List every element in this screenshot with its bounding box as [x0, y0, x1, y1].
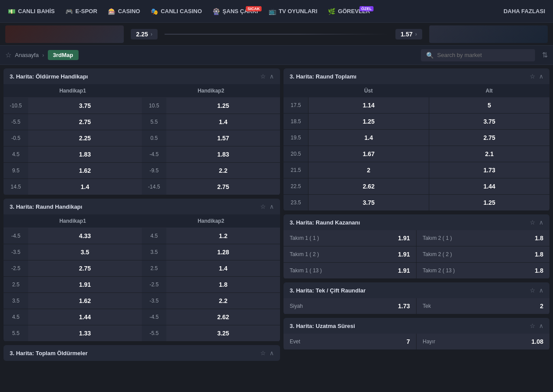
market-favorite-icon-uz[interactable]: ☆	[530, 322, 535, 329]
odds-val[interactable]: 1.33	[28, 325, 142, 341]
odds-val[interactable]: 3.75	[28, 98, 142, 114]
nav-tv-oyunlari-label: TV OYUNLARI	[279, 8, 317, 14]
winner-cell-team1[interactable]: Takım 1 ( 1 ) 1.91	[284, 230, 417, 246]
odds-val[interactable]: 1.28	[166, 244, 280, 260]
list-item: Takım 1 ( 13 ) 1.91 Takım 2 ( 13 ) 1.8	[284, 263, 549, 279]
left-column: 3. Harita: Öldürme Handikapı ☆ ∧ Handika…	[4, 68, 280, 361]
nav-gorevler[interactable]: 🌿 GÖREVLER ÖZEL	[323, 5, 374, 18]
odds-val[interactable]: 2	[308, 162, 429, 178]
odds-val[interactable]: 1.25	[308, 114, 429, 129]
search-input[interactable]	[437, 52, 530, 58]
market-collapse-icon-tc[interactable]: ∧	[539, 287, 543, 294]
col-headers-raund-h: Handikap1 Handikap2	[4, 214, 280, 228]
market-collapse-icon-rk[interactable]: ∧	[539, 219, 543, 226]
winner-label: Takım 1 ( 2 )	[290, 251, 319, 257]
nav-canli-bahis[interactable]: 💵 CANLI BAHİS	[4, 5, 59, 18]
winner-cell-team2[interactable]: Takım 2 ( 1 ) 1.8	[417, 230, 549, 246]
odds-val[interactable]: 1.62	[28, 163, 142, 178]
odds-val[interactable]: 2.1	[429, 146, 549, 162]
odds-val[interactable]: 2.62	[308, 178, 429, 194]
table-row: -0.5 2.25 0.5 1.57	[4, 130, 280, 146]
odds-val[interactable]: 1.91	[28, 277, 142, 292]
odds-val[interactable]: 1.4	[308, 130, 429, 146]
col-header-h1: Handikap1	[4, 214, 142, 228]
odds-val[interactable]: 1.8	[166, 277, 280, 292]
market-header-oldurme: 3. Harita: Öldürme Handikapı ☆ ∧	[4, 68, 280, 84]
canli-bahis-icon: 💵	[8, 8, 15, 15]
tc-label-siyah: Siyah	[290, 303, 303, 309]
odds-val[interactable]: 2.2	[166, 293, 280, 309]
odds-val[interactable]: 3.5	[28, 244, 142, 260]
odds-val[interactable]: 4.33	[28, 228, 142, 244]
winner-cell-team1[interactable]: Takım 1 ( 2 ) 1.91	[284, 246, 417, 262]
odds-val[interactable]: 1.14	[308, 97, 429, 113]
market-collapse-icon-uz[interactable]: ∧	[539, 322, 543, 329]
winner-cell-team1[interactable]: Takım 1 ( 13 ) 1.91	[284, 263, 417, 278]
nav-sans-carki[interactable]: 🎡 ŞANS ÇARKI SICAK	[208, 5, 262, 18]
odds-val[interactable]: 1.4	[28, 179, 142, 195]
nav-daha-fazlasi[interactable]: DAHA FAZLASI	[499, 5, 549, 17]
odds-val[interactable]: 5	[429, 97, 549, 113]
hero-left-odds[interactable]: 2.25 ›	[131, 29, 158, 39]
odds-val[interactable]: 1.73	[429, 162, 549, 178]
odds-val[interactable]: 1.83	[166, 146, 280, 162]
odds-val[interactable]: 1.25	[429, 195, 549, 210]
market-favorite-icon-rk[interactable]: ☆	[530, 219, 535, 226]
odds-val[interactable]: 1.4	[166, 260, 280, 276]
market-favorite-icon-tc[interactable]: ☆	[530, 287, 535, 294]
market-favorite-icon-rt[interactable]: ☆	[530, 73, 535, 80]
odds-label: 9.5	[4, 163, 28, 178]
hero-strip: 2.25 › 1.57 ›	[0, 23, 553, 46]
odds-label: 5.5	[4, 325, 28, 341]
uz-hayir[interactable]: Hayır 1.08	[417, 334, 549, 349]
table-row: -2.5 2.75 2.5 1.4	[4, 260, 280, 277]
uz-odd-evet: 7	[406, 338, 410, 345]
odds-val[interactable]: 2.25	[28, 130, 142, 146]
breadcrumb-current[interactable]: 3rdMap	[48, 50, 79, 60]
odds-val[interactable]: 1.25	[166, 98, 280, 114]
market-favorite-icon-3[interactable]: ☆	[260, 349, 266, 356]
nav-casino[interactable]: 🎰 CASINO	[104, 5, 145, 18]
nav-canli-casino[interactable]: 🎭 CANLI CASINO	[146, 5, 206, 18]
odds-val[interactable]: 1.4	[166, 114, 280, 130]
market-collapse-icon-3[interactable]: ∧	[269, 349, 274, 356]
odds-label: -0.5	[4, 130, 28, 146]
tc-tek[interactable]: Tek 2	[417, 298, 549, 314]
collapse-all-icon[interactable]: ⇅	[542, 51, 548, 59]
odds-val[interactable]: 2.75	[28, 260, 142, 276]
odds-val[interactable]: 1.67	[308, 146, 429, 162]
odds-val[interactable]: 1.57	[166, 130, 280, 146]
uz-evet[interactable]: Evet 7	[284, 334, 417, 349]
market-search-box[interactable]: 🔍	[421, 49, 535, 61]
main-nav: 💵 CANLI BAHİS 🎮 E-SPOR 🎰 CASINO 🎭 CANLI …	[0, 0, 553, 23]
odds-val[interactable]: 2.75	[166, 179, 280, 195]
odds-val[interactable]: 1.83	[28, 146, 142, 162]
odds-val[interactable]: 2.75	[28, 114, 142, 130]
breadcrumb-bar: ☆ Anasayfa › 3rdMap 🔍 ⇅	[0, 46, 553, 65]
odds-val[interactable]: 3.25	[166, 325, 280, 341]
odds-val[interactable]: 3.75	[308, 195, 429, 210]
odds-val[interactable]: 1.62	[28, 293, 142, 309]
tc-siyah[interactable]: Siyah 1.73	[284, 298, 417, 314]
winner-cell-team2[interactable]: Takım 2 ( 13 ) 1.8	[417, 263, 549, 278]
favorite-star-icon[interactable]: ☆	[5, 51, 11, 59]
breadcrumb-home[interactable]: Anasayfa	[15, 52, 39, 58]
market-collapse-icon[interactable]: ∧	[269, 73, 274, 80]
rt-col-empty	[284, 84, 308, 97]
nav-tv-oyunlari[interactable]: 📺 TV OYUNLARI	[264, 5, 322, 18]
nav-espor[interactable]: 🎮 E-SPOR	[61, 5, 102, 18]
odds-val[interactable]: 2.62	[166, 309, 280, 325]
odds-val[interactable]: 1.44	[429, 178, 549, 194]
market-favorite-icon-2[interactable]: ☆	[260, 203, 266, 210]
market-collapse-icon-2[interactable]: ∧	[269, 203, 274, 210]
odds-val[interactable]: 2.75	[429, 130, 549, 146]
market-title-rt: 3. Harita: Raund Toplamı	[290, 73, 526, 80]
odds-val[interactable]: 1.44	[28, 309, 142, 325]
winner-cell-team2[interactable]: Takım 2 ( 2 ) 1.8	[417, 246, 549, 262]
odds-val[interactable]: 1.2	[166, 228, 280, 244]
market-collapse-icon-rt[interactable]: ∧	[539, 73, 543, 80]
hero-right-odds[interactable]: 1.57 ›	[395, 29, 422, 39]
odds-val[interactable]: 3.75	[429, 114, 549, 129]
odds-val[interactable]: 2.2	[166, 163, 280, 178]
market-favorite-icon[interactable]: ☆	[260, 73, 266, 80]
